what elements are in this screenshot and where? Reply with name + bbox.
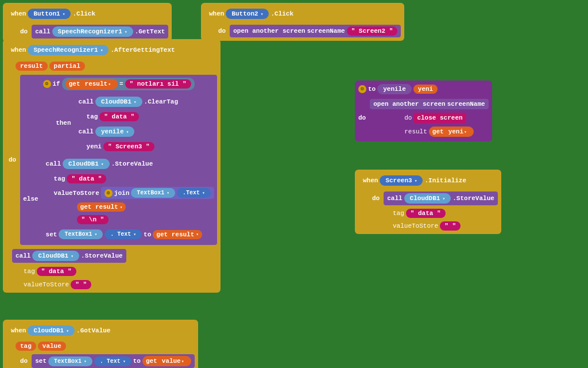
data-tag-string: " data " xyxy=(99,112,139,121)
when-speechrecognizer-hat: when SpeechRecognizer1 ▾ .AfterGettingTe… xyxy=(6,43,180,57)
textbox1-ref3[interactable]: TextBox1 ▾ xyxy=(48,356,92,366)
join-gear-icon: ⚙ xyxy=(105,189,113,197)
button1-dropdown[interactable]: Button1 ▾ xyxy=(28,9,71,19)
get-yeni-block: get yeni ▾ xyxy=(429,126,474,137)
set-textbox1-text: set TextBox1 ▾ . Text ▾ to xyxy=(42,228,206,241)
if-block: ⚙ if get result ▾ = " notları sil " xyxy=(20,75,217,245)
text-prop2[interactable]: . Text ▾ xyxy=(94,356,131,366)
open-screen-proc: open another screen screenName xyxy=(370,99,488,109)
clouddb1-ref[interactable]: CloudDB1 ▾ xyxy=(95,97,142,107)
get-result-block2: get result ▾ xyxy=(77,202,126,212)
when-button2-click-hat: when Button2 ▾ .Click xyxy=(204,6,298,21)
yeni-var: yeni ▾ xyxy=(445,128,470,136)
clouddb1-ref4[interactable]: CloudDB1 ▾ xyxy=(404,193,451,204)
screen3-initialize-block: when Screen3 ▾ .Initialize do call Cloud… xyxy=(355,170,501,234)
yeni-param: yeni xyxy=(413,85,438,94)
tag-param: tag xyxy=(16,342,36,351)
clouddb-gotvalue-block: when CloudDB1 ▾ .GotValue tag value do s… xyxy=(3,320,198,368)
close-screen-block: close screen xyxy=(413,113,466,123)
call-clouddb-storevalue-screen3: call CloudDB1 ▾ .StoreValue xyxy=(384,191,498,205)
empty-string-screen3: " " xyxy=(440,221,461,231)
call-clouddb-cleartag: call CloudDB1 ▾ .ClearTag xyxy=(75,95,181,109)
button1-click-block: when Button1 ▾ .Click do call SpeechReco… xyxy=(3,3,172,42)
speechrecognizer1-ref[interactable]: SpeechRecognizer1 ▾ xyxy=(52,26,133,37)
newline-string: " \n " xyxy=(77,215,109,224)
yenile-proc-name: yenile xyxy=(377,84,412,94)
when-button1-click-hat: when Button1 ▾ .Click xyxy=(6,6,100,21)
gear-icon: ⚙ xyxy=(43,80,51,88)
value-param: value xyxy=(38,342,66,351)
open-another-screen-block: open another screen screenName " Screen2… xyxy=(230,25,401,37)
speechrecognizer1-ref2[interactable]: SpeechRecognizer1 ▾ xyxy=(28,45,109,55)
textbox1-ref[interactable]: TextBox1 ▾ xyxy=(131,188,175,198)
get-result-block3: get result ▾ xyxy=(153,230,202,239)
proc-gear-icon: ⚙ xyxy=(358,85,366,93)
call-yenile-block: call yenile ▾ xyxy=(75,125,138,139)
screen3-dropdown[interactable]: Screen3 ▾ xyxy=(380,175,423,186)
screen2-value: " Screen2 " xyxy=(347,26,398,36)
call-clouddb-storevalue: call CloudDB1 ▾ .StoreValue xyxy=(42,157,157,171)
empty-string: " " xyxy=(71,280,91,289)
result-param: result xyxy=(16,62,48,71)
equals-condition: get result ▾ = " notları sil " xyxy=(62,78,195,90)
button2-click-block: when Button2 ▾ .Click do open another sc… xyxy=(201,3,404,41)
notlari-sil-string: " notları sil " xyxy=(125,79,191,89)
get-result-block: get result ▾ xyxy=(65,79,118,89)
yenile-procedure-block: ⚙ to yenile yeni do open another screen … xyxy=(355,80,492,141)
partial-param: partial xyxy=(49,62,85,71)
data-tag-string2: " data " xyxy=(67,174,106,183)
screen3-string: " Screen3 " xyxy=(103,142,154,151)
textbox1-ref2[interactable]: TextBox1 ▾ xyxy=(59,229,103,239)
when-screen3-initialize-hat: when Screen3 ▾ .Initialize xyxy=(358,173,471,188)
clouddb1-ref2[interactable]: CloudDB1 ▾ xyxy=(63,159,110,169)
text-prop[interactable]: . Text ▾ xyxy=(105,229,142,239)
data-tag-screen3: " data " xyxy=(406,209,446,218)
yenile-ref[interactable]: yenile ▾ xyxy=(95,126,134,137)
set-textbox1-text-gotvalue: set TextBox1 ▾ . Text ▾ to get value ▾ xyxy=(32,354,194,368)
speechrecognizer-aftergetting-block: when SpeechRecognizer1 ▾ .AfterGettingTe… xyxy=(3,39,220,293)
clouddb1-ref3[interactable]: CloudDB1 ▾ xyxy=(32,251,79,261)
text-dropdown[interactable]: .Text ▾ xyxy=(177,188,211,198)
clouddb1-ref5[interactable]: CloudDB1 ▾ xyxy=(28,325,75,336)
call-speechrecognizer-gettext: call SpeechRecognizer1 ▾ .GetText xyxy=(32,25,168,39)
value-var: value ▾ xyxy=(158,357,188,365)
data-tag-string3: " data " xyxy=(37,267,76,276)
button2-dropdown[interactable]: Button2 ▾ xyxy=(226,9,269,19)
call-clouddb-storevalue2: call CloudDB1 ▾ .StoreValue xyxy=(12,249,126,263)
when-clouddb-gotvalue-hat: when CloudDB1 ▾ .GotValue xyxy=(6,323,115,338)
result-var: result ▾ xyxy=(82,80,114,88)
get-value-block: get value ▾ xyxy=(142,356,191,366)
join-block: ⚙ join TextBox1 ▾ .Text ▾ xyxy=(101,187,214,199)
